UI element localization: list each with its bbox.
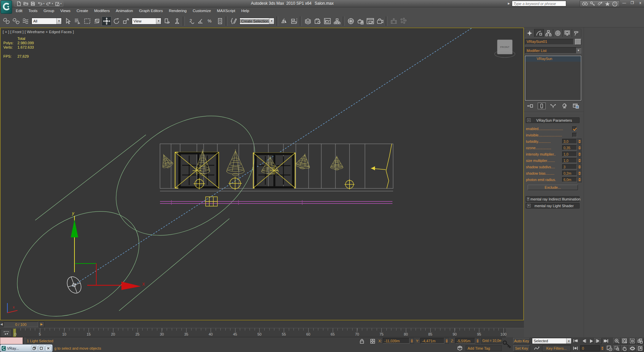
selection-lock-icon[interactable] <box>358 338 366 344</box>
spinner-intensity_multiplier[interactable] <box>577 151 582 157</box>
stack-item-vraysun[interactable]: VRaySun <box>525 56 581 62</box>
menu-rendering[interactable]: Rendering <box>166 7 190 15</box>
isolate-cube-icon[interactable] <box>456 345 464 351</box>
select-object-icon[interactable] <box>63 16 72 26</box>
checkbox-enabled[interactable] <box>572 126 577 131</box>
layer-manager-icon[interactable] <box>303 16 313 26</box>
select-and-move-icon[interactable] <box>102 16 111 26</box>
modifier-list-dropdown[interactable]: Modifier List▼ <box>525 47 581 54</box>
spinner-photon_emit_radius[interactable] <box>577 177 582 182</box>
select-and-manipulate-icon[interactable] <box>172 16 182 26</box>
container-toolbar-icon[interactable] <box>313 16 322 26</box>
y-coord-field[interactable]: -4,471m <box>420 338 444 344</box>
spinner-snap-toggle-icon[interactable] <box>215 16 225 26</box>
maxscript-mini-listener[interactable] <box>0 337 23 344</box>
vray-close-icon[interactable] <box>45 346 51 351</box>
zoom-icon[interactable] <box>613 338 621 344</box>
key-filters-button[interactable]: Key Filters... <box>542 345 571 351</box>
application-menu-button[interactable] <box>1 0 12 14</box>
menu-create[interactable]: Create <box>73 7 91 15</box>
vraysun-light-icon[interactable] <box>64 274 84 296</box>
set-keys-key-icon[interactable] <box>502 339 512 349</box>
communication-key-icon[interactable] <box>590 1 595 6</box>
current-frame-field[interactable]: 0 <box>580 345 600 351</box>
save-file-icon[interactable] <box>30 1 36 6</box>
zoom-extents-icon[interactable] <box>629 338 636 344</box>
vray-taskbar-window[interactable]: VRay... <box>0 344 53 352</box>
viewport-front[interactable]: #chd *{vector-effect:non-scaling-stroke;… <box>0 27 524 320</box>
go-to-end-icon[interactable] <box>602 338 610 344</box>
tab-display[interactable] <box>562 29 572 37</box>
x-coord-field[interactable]: -11,039m <box>383 338 410 344</box>
frame-spinner[interactable] <box>600 345 604 351</box>
add-time-tag[interactable]: Add Time Tag <box>466 345 502 351</box>
field-intensity_multiplier[interactable]: 1,0 <box>562 152 577 157</box>
menu-maxscript[interactable]: MAXScript <box>214 7 238 15</box>
previous-frame-icon[interactable] <box>580 338 588 344</box>
set-key-filters-curve-icon[interactable] <box>533 345 541 351</box>
project-folder-icon[interactable] <box>54 1 60 6</box>
collapse-icon[interactable]: − <box>527 118 531 122</box>
remove-modifier-icon[interactable] <box>560 103 569 109</box>
undo-dropdown-arrow-icon[interactable]: ▾ <box>43 2 45 5</box>
schematic-view-icon[interactable] <box>332 16 342 26</box>
rollout-mental-ray-indirect[interactable]: + mental ray Indirect Illumination <box>526 196 580 202</box>
checkbox-invisible[interactable] <box>572 133 577 137</box>
redo-dropdown-arrow-icon[interactable]: ▾ <box>52 2 53 5</box>
material-editor-icon[interactable] <box>346 16 356 26</box>
viewcube[interactable]: FRONT <box>497 40 513 54</box>
menu-customize[interactable]: Customize <box>190 7 214 15</box>
object-color-swatch[interactable] <box>575 39 581 45</box>
open-file-icon[interactable] <box>23 1 29 6</box>
go-to-start-icon[interactable] <box>572 338 579 344</box>
unlink-selection-icon[interactable] <box>11 16 21 26</box>
key-mode-toggle-icon[interactable] <box>572 345 579 351</box>
redo-icon[interactable] <box>46 1 52 6</box>
configure-modifier-sets-icon[interactable] <box>572 103 580 109</box>
reference-coordinate-dropdown[interactable]: View▼ <box>132 18 161 24</box>
new-file-icon[interactable] <box>16 1 22 6</box>
named-selection-sets-dropdown[interactable]: Create Selection Se▼ <box>239 18 274 24</box>
vray-restore-icon[interactable] <box>31 346 37 351</box>
rendered-frame-window-icon[interactable] <box>365 16 375 26</box>
tab-motion[interactable] <box>553 29 562 37</box>
spinner-turbidity[interactable] <box>577 138 582 144</box>
align-icon[interactable] <box>289 16 299 26</box>
field-shadow_bias[interactable]: 0,2m <box>562 171 577 176</box>
rollout-mental-ray-light-shader[interactable]: + mental ray Light Shader <box>526 203 580 209</box>
project-dropdown-arrow-icon[interactable]: ▾ <box>60 2 62 5</box>
spinner-shadow_bias[interactable] <box>577 170 582 176</box>
time-slider-prev-arrow[interactable]: ◀ <box>0 321 3 327</box>
tab-hierarchy[interactable] <box>544 29 553 37</box>
time-slider-next-arrow[interactable]: ▶ <box>39 321 44 327</box>
tab-modify[interactable] <box>534 29 544 37</box>
spinner-shadow_subdivs[interactable] <box>577 164 582 170</box>
next-frame-icon[interactable] <box>594 338 602 344</box>
pin-stack-icon[interactable] <box>526 103 534 109</box>
time-configuration-icon[interactable] <box>606 345 613 351</box>
use-pivot-point-icon[interactable] <box>162 16 172 26</box>
selection-set-dropdown[interactable]: Selected▼ <box>532 338 572 344</box>
help-icon[interactable]: ? <box>612 1 618 6</box>
menu-help[interactable]: Help <box>238 7 252 15</box>
field-ozone[interactable]: 0,35 <box>562 145 577 150</box>
x-coord-spinner[interactable] <box>410 338 414 344</box>
rectangular-selection-region-icon[interactable] <box>82 16 92 26</box>
menu-modifiers[interactable]: Modifiers <box>91 7 113 15</box>
undo-icon[interactable] <box>37 1 43 6</box>
tab-utilities[interactable] <box>572 29 581 37</box>
snaps-toggle-2d-icon[interactable]: 2 <box>186 16 196 26</box>
menu-animation[interactable]: Animation <box>113 7 136 15</box>
search-input[interactable] <box>512 1 566 6</box>
viewport-label[interactable]: [ + ] [ Front ] [ Wireframe + Edged Face… <box>3 30 74 34</box>
object-name-field[interactable]: VRaySun01 <box>525 39 574 45</box>
mirror-icon[interactable] <box>279 16 289 26</box>
z-coord-spinner[interactable] <box>476 338 480 344</box>
pan-hand-icon[interactable] <box>621 345 628 351</box>
set-key-button[interactable]: Set Key <box>513 345 530 351</box>
render-production-icon[interactable] <box>375 16 385 26</box>
field-size_multiplier[interactable]: 1,0 <box>562 158 577 163</box>
search-collapse-arrow-icon[interactable]: ▶ <box>508 1 512 6</box>
menu-graph-editors[interactable]: Graph Editors <box>136 7 166 15</box>
menu-edit[interactable]: Edit <box>13 7 25 15</box>
